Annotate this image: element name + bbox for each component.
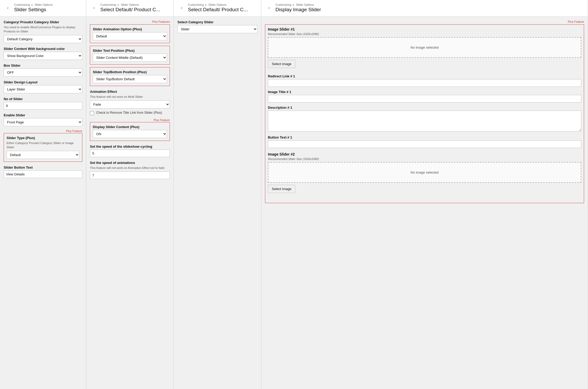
button-text-1-label: Button Text # 1 xyxy=(268,135,581,139)
no-of-slider-label: No of Slider xyxy=(4,97,82,101)
panel1-title: Slider Settings xyxy=(14,7,53,13)
bg-color-select[interactable]: Show Background Color xyxy=(4,52,82,60)
category-slider-label: Category/ Proudct Category Slider xyxy=(4,20,82,24)
image-slider-2-placeholder: No image selected xyxy=(268,162,581,183)
panel-slider-settings: ‹ Customizing ► Slider Options Slider Se… xyxy=(0,0,86,389)
animation-option-section: Slider Animation Option (Plus) Default xyxy=(90,24,170,43)
panel4-header: ‹ Customizing ► Slider Options Display I… xyxy=(261,0,588,16)
text-position-label: Slider Text Position (Plus) xyxy=(93,49,167,53)
button-text-1-input[interactable] xyxy=(268,140,581,148)
redirect-link-1-input[interactable] xyxy=(268,79,581,87)
display-content-select[interactable]: ON xyxy=(93,130,167,138)
slider-type-label: Slider Type (Plus) xyxy=(7,136,79,140)
image-slider-1-section: Image Slider #1 Recommended Slider Size … xyxy=(268,27,581,148)
panel3-title: Select Default/ Product C... xyxy=(188,7,248,13)
bg-color-label: Slider Content With background color xyxy=(4,47,82,51)
display-content-label: Display Slider Content (Plus) xyxy=(93,125,167,129)
description-1-label: Description # 1 xyxy=(268,106,581,110)
text-position-select[interactable]: Slider Content Middle (Default) xyxy=(93,54,167,62)
image-slider-1-placeholder: No image selected xyxy=(268,37,581,58)
animation-effect-label: Animation Effect xyxy=(90,90,170,94)
speed-input[interactable] xyxy=(90,150,170,157)
image-slider-2-label: Image Slider #2 xyxy=(268,152,581,156)
anim-speed-input[interactable] xyxy=(90,171,170,179)
speed-label: Set the speed of the slideshow cycling xyxy=(90,145,170,148)
image-slider-section-wrapper: Image Slider #1 Recommended Slider Size … xyxy=(265,24,584,203)
plus-feature-label: Plus Feature xyxy=(4,129,82,133)
box-slider-label: Box Slider xyxy=(4,64,82,67)
design-layout-label: Slider Design Layout xyxy=(4,80,82,84)
remove-title-link-row: Check to Remove Title Link from Slider (… xyxy=(90,111,170,115)
panel1-back-button[interactable]: ‹ xyxy=(4,4,11,12)
top-bottom-select[interactable]: Slider Top/Bottom Default xyxy=(93,75,167,83)
plus-features-top: Plus Features xyxy=(90,20,170,23)
select-image-1-button[interactable]: Select image xyxy=(268,60,295,68)
panel2-header: ‹ Customizing ► Slider Options Select De… xyxy=(86,0,174,16)
slider-type-select[interactable]: Default xyxy=(7,151,79,159)
plus-feature-label2: Plus Feature xyxy=(90,118,170,122)
select-image-2-button[interactable]: Select image xyxy=(268,185,295,193)
slider-type-plus-section: Slider Type (Plus) Either Category/ Prou… xyxy=(4,133,82,162)
panel2-header-text: Customizing ► Slider Options Select Defa… xyxy=(100,3,160,13)
redirect-link-1-label: Redirect Link # 1 xyxy=(268,74,581,78)
anim-speed-desc: This feature will not work on Animation … xyxy=(90,166,170,170)
panel4-back-button[interactable]: ‹ xyxy=(266,4,273,12)
panel-select-category: ‹ Customizing ► Slider Options Select De… xyxy=(174,0,261,389)
panel1-content: Category/ Proudct Category Slider You ne… xyxy=(0,16,86,182)
panel-slider-options: ‹ Customizing ► Slider Options Select De… xyxy=(86,0,174,389)
panel1-header-text: Customizing ► Slider Options Slider Sett… xyxy=(14,3,53,13)
panel2-back-button[interactable]: ‹ xyxy=(90,4,98,12)
text-position-section: Slider Text Position (Plus) Slider Conte… xyxy=(90,46,170,65)
animation-option-label: Slider Animation Option (Plus) xyxy=(93,27,167,31)
remove-title-link-checkbox[interactable] xyxy=(90,111,94,115)
image-slider-1-rec: Recommended Slider Size (1920x1080) xyxy=(268,32,581,36)
anim-speed-label: Set the speed of animations xyxy=(90,161,170,165)
box-slider-select[interactable]: OFF xyxy=(4,68,82,77)
enable-slider-label: Enable Slider xyxy=(4,113,82,117)
slider-btn-text-label: Slider Button Text xyxy=(4,165,82,169)
panel2-content: Plus Features Slider Animation Option (P… xyxy=(86,16,174,183)
panel3-content: Select Category Slider Slider xyxy=(174,16,261,37)
panel3-header: ‹ Customizing ► Slider Options Select De… xyxy=(174,0,261,16)
top-bottom-section: Slider Top/Bottom Position (Plus) Slider… xyxy=(90,67,170,86)
panel1-breadcrumb: Customizing ► Slider Options xyxy=(14,3,53,6)
no-image-1-text: No image selected xyxy=(411,45,439,49)
no-image-2-text: No image selected xyxy=(411,170,439,174)
slider-type-desc: Either Category/ Proudct Category Slider… xyxy=(7,141,79,149)
panel3-breadcrumb: Customizing ► Slider Options xyxy=(188,3,248,6)
panel4-title: Display Image Slider xyxy=(275,7,321,13)
image-title-1-input[interactable] xyxy=(268,95,581,102)
image-slider-1-label: Image Slider #1 xyxy=(268,27,581,31)
panel2-title: Select Default/ Product C... xyxy=(100,7,160,13)
panel4-content: Plus Feature Image Slider #1 Recommended… xyxy=(261,16,588,209)
description-1-textarea[interactable] xyxy=(268,111,581,131)
panel4-plus-feature: Plus Feature xyxy=(265,20,584,23)
slider-btn-text-input[interactable] xyxy=(4,170,82,178)
select-cat-slider-label: Select Category Slider xyxy=(177,20,257,24)
panel-display-image-slider: ‹ Customizing ► Slider Options Display I… xyxy=(261,0,588,389)
image-slider-2-section: Image Slider #2 Recommended Slider Size … xyxy=(268,152,581,196)
panel3-back-button[interactable]: ‹ xyxy=(178,4,185,12)
panel2-breadcrumb: Customizing ► Slider Options xyxy=(100,3,160,6)
top-bottom-label: Slider Top/Bottom Position (Plus) xyxy=(93,70,167,74)
animation-option-select[interactable]: Default xyxy=(93,32,167,40)
panel4-breadcrumb: Customizing ► Slider Options xyxy=(275,3,321,6)
panel4-header-text: Customizing ► Slider Options Display Ima… xyxy=(275,3,321,13)
image-slider-2-rec: Recommended Slider Size (1920x1080) xyxy=(268,157,581,161)
animation-effect-desc: This feature will not work on Multi Slid… xyxy=(90,95,170,99)
category-slider-select[interactable]: Default Category xyxy=(4,35,82,43)
no-of-slider-input[interactable] xyxy=(4,102,82,110)
animation-effect-select[interactable]: Fade xyxy=(90,100,170,108)
enable-slider-select[interactable]: Front Page xyxy=(4,118,82,126)
select-cat-slider-select[interactable]: Slider xyxy=(177,25,257,33)
panel3-header-text: Customizing ► Slider Options Select Defa… xyxy=(188,3,248,13)
panel1-header: ‹ Customizing ► Slider Options Slider Se… xyxy=(0,0,86,16)
display-content-section: Display Slider Content (Plus) ON xyxy=(90,122,170,141)
design-layout-select[interactable]: Layer Slider xyxy=(4,85,82,93)
remove-title-link-label: Check to Remove Title Link from Slider (… xyxy=(96,111,162,115)
category-slider-desc: You need to enable WooCommerce Plugins t… xyxy=(4,25,82,33)
image-title-1-label: Image Title # 1 xyxy=(268,90,581,94)
